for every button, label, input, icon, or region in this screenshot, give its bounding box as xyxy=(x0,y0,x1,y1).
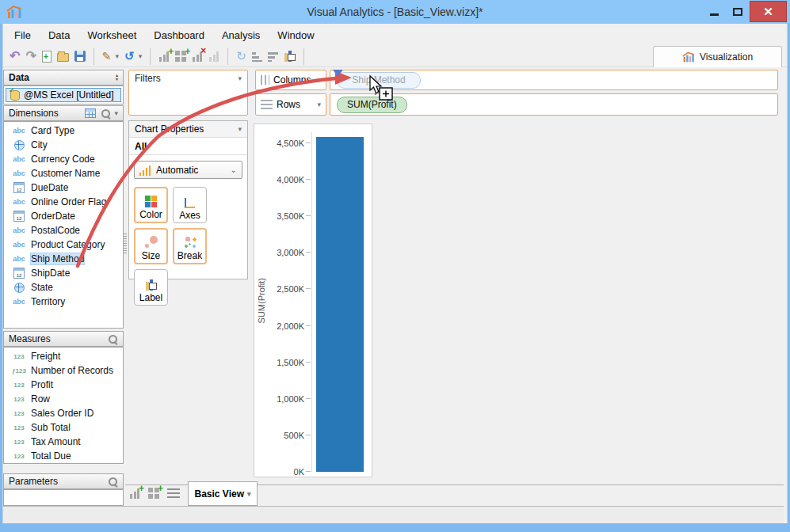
duplicate-sheet-icon[interactable] xyxy=(208,51,219,62)
search-measures-icon[interactable] xyxy=(108,334,118,344)
data-source-item[interactable]: @MS Excel [Untitled] xyxy=(6,88,121,102)
delete-sheet-icon[interactable] xyxy=(192,51,203,62)
string-field-icon xyxy=(11,169,27,177)
dimensions-menu-caret[interactable]: ▾ xyxy=(114,109,118,117)
parameters-list xyxy=(3,489,124,506)
number-field-icon xyxy=(11,453,27,460)
y-tick-mark xyxy=(306,435,311,435)
sort-descending-icon[interactable] xyxy=(268,51,278,62)
add-dashboard-icon[interactable] xyxy=(175,51,186,62)
columns-caret[interactable]: ▾ xyxy=(317,76,321,84)
measure-freight[interactable]: Freight xyxy=(4,349,123,363)
measure-profit[interactable]: Profit xyxy=(4,378,123,392)
chart-properties-header: Chart Properties ▾ xyxy=(129,121,247,138)
axes-button[interactable]: Axes xyxy=(173,187,207,223)
menu-worksheet[interactable]: Worksheet xyxy=(87,29,136,41)
dimension-city[interactable]: City xyxy=(4,138,123,152)
undo-icon[interactable]: ↶ xyxy=(10,50,20,63)
parameters-title: Parameters xyxy=(9,476,58,487)
break-dots-icon xyxy=(184,236,197,249)
mark-type-dropdown[interactable]: Automatic ⌄ xyxy=(134,161,242,179)
menu-data[interactable]: Data xyxy=(48,29,70,41)
dimension-ship-method[interactable]: Ship Method xyxy=(4,252,123,266)
color-button[interactable]: Color xyxy=(134,187,168,223)
dimension-territory[interactable]: Territory xyxy=(4,294,123,309)
dimension-duedate[interactable]: DueDate xyxy=(4,180,123,195)
columns-shelf-label[interactable]: Columns ▾ xyxy=(255,70,326,90)
dimension-card-type[interactable]: Card Type xyxy=(4,124,123,138)
dimension-currency-code[interactable]: Currency Code xyxy=(4,152,123,166)
y-tick-mark xyxy=(306,142,311,143)
geo-field-icon xyxy=(11,140,27,150)
search-dimensions-icon[interactable] xyxy=(101,108,111,119)
measure-row[interactable]: Row xyxy=(4,392,123,406)
new-worksheet-icon[interactable] xyxy=(129,488,140,499)
save-icon[interactable] xyxy=(74,51,86,62)
wand-dropdown-caret[interactable]: ▾ xyxy=(116,52,120,60)
number-field-icon xyxy=(11,353,27,360)
label-button[interactable]: Label xyxy=(134,269,168,306)
view-data-icon[interactable] xyxy=(85,108,96,118)
rows-icon xyxy=(261,100,273,109)
dimension-customer-name[interactable]: Customer Name xyxy=(4,166,123,180)
chart-properties-caret[interactable]: ▾ xyxy=(238,125,242,133)
y-tick-label: 2,500K xyxy=(265,284,304,294)
rows-shelf[interactable]: SUM(Profit) xyxy=(330,93,778,116)
filters-shelf[interactable]: Filters ▾ xyxy=(128,70,248,116)
filters-title: Filters xyxy=(135,73,161,84)
refresh-data-icon[interactable]: ↺ xyxy=(124,50,135,63)
dimension-shipdate[interactable]: ShipDate xyxy=(4,266,123,280)
open-file-icon[interactable] xyxy=(57,53,69,62)
y-tick-label: 4,000K xyxy=(265,175,304,184)
y-tick-label: 3,500K xyxy=(265,211,304,221)
menu-window[interactable]: Window xyxy=(277,29,314,41)
dimension-online-order-flag[interactable]: Online Order Flag xyxy=(4,195,123,209)
y-tick-mark xyxy=(306,252,311,253)
refresh-dropdown-caret[interactable]: ▾ xyxy=(139,52,143,60)
close-button[interactable]: ✕ xyxy=(750,1,787,22)
new-file-icon[interactable] xyxy=(42,51,52,63)
dimension-state[interactable]: State xyxy=(4,280,123,294)
new-dashboard-icon[interactable] xyxy=(148,488,159,499)
profit-bar[interactable] xyxy=(316,137,364,472)
rows-caret[interactable]: ▾ xyxy=(317,101,321,108)
sort-ascending-icon[interactable] xyxy=(252,51,262,62)
search-parameters-icon[interactable] xyxy=(108,477,118,487)
measure-number-of-records[interactable]: Number of Records xyxy=(4,363,123,378)
sum-profit-pill[interactable]: SUM(Profit) xyxy=(337,97,407,113)
add-worksheet-icon[interactable] xyxy=(158,51,170,62)
sheet-list-icon[interactable] xyxy=(167,488,180,498)
menu-file[interactable]: File xyxy=(14,29,31,41)
dimensions-header: Dimensions ▾ xyxy=(3,105,124,121)
rows-shelf-label[interactable]: Rows ▾ xyxy=(255,93,326,116)
basic-view-tab[interactable]: Basic View ▾ xyxy=(188,481,258,506)
measure-tax-amount[interactable]: Tax Amount xyxy=(4,435,123,449)
panel-splitter-handle[interactable] xyxy=(124,234,127,254)
toolbar: ↶ ↷ ✎ ▾ ↺ ▾ ↻ Visualization xyxy=(3,46,787,67)
size-button[interactable]: Size xyxy=(134,228,168,264)
collapse-expand-icon[interactable]: ▴ ▾ xyxy=(116,74,118,82)
swap-axes-icon[interactable]: ↻ xyxy=(236,50,246,63)
menu-analysis[interactable]: Analysis xyxy=(222,29,260,41)
columns-shelf[interactable]: Ship Method xyxy=(330,70,778,90)
dimension-postalcode[interactable]: PostalCode xyxy=(4,223,123,238)
format-wand-icon[interactable]: ✎ xyxy=(102,50,112,63)
show-labels-icon[interactable] xyxy=(284,51,296,62)
break-button[interactable]: Break xyxy=(173,228,207,264)
window-title: Visual Analytics - [Basic_View.vizx]* xyxy=(0,6,790,18)
visualization-tab[interactable]: Visualization xyxy=(653,46,782,67)
measure-sales-order-id[interactable]: Sales Order ID xyxy=(4,406,123,420)
maximize-button[interactable] xyxy=(726,2,750,22)
redo-icon[interactable]: ↷ xyxy=(25,50,36,63)
ship-method-ghost-pill[interactable]: Ship Method xyxy=(337,72,421,89)
dimensions-list: Card Type City Currency Code Customer Na… xyxy=(3,121,124,329)
filters-caret[interactable]: ▾ xyxy=(238,74,242,82)
dimension-product-category[interactable]: Product Category xyxy=(4,238,123,252)
measure-total-due[interactable]: Total Due xyxy=(4,449,123,463)
plot-area xyxy=(311,132,367,472)
menu-dashboard[interactable]: Dashboard xyxy=(154,29,204,41)
dimension-orderdate[interactable]: OrderDate xyxy=(4,209,123,223)
basic-view-tab-caret[interactable]: ▾ xyxy=(247,490,251,498)
measure-sub-total[interactable]: Sub Total xyxy=(4,420,123,435)
minimize-button[interactable] xyxy=(702,2,726,22)
